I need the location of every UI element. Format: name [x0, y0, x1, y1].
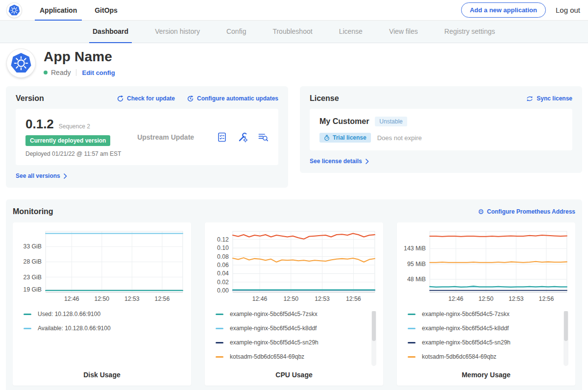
chevron-right-icon [366, 159, 369, 164]
scrollbar-thumb[interactable] [372, 311, 376, 341]
legend-label: example-nginx-5bc6f5d4c5-sn29h [422, 339, 511, 346]
version-source-label: Upstream Update [137, 133, 217, 141]
svg-text:95 MiB: 95 MiB [407, 261, 426, 268]
nav-tab-gitops[interactable]: GitOps [88, 0, 124, 21]
svg-text:0.04: 0.04 [217, 270, 229, 277]
svg-text:143 MiB: 143 MiB [404, 245, 426, 252]
tab-registry-settings[interactable]: Registry settings [431, 21, 508, 43]
divider [76, 69, 76, 76]
sync-license-link[interactable]: Sync license [526, 95, 572, 102]
disk-usage-legend: Used: 10.128.0.66:9100Available: 10.128.… [24, 311, 186, 368]
kubernetes-logo-icon[interactable] [7, 3, 22, 18]
legend-item: example-nginx-5bc6f5d4c5-sn29h [216, 340, 378, 345]
see-license-details-label: See license details [310, 158, 362, 165]
license-type-badge: Trial license [319, 133, 371, 143]
legend-swatch-icon [216, 342, 223, 343]
stopwatch-icon [324, 135, 330, 141]
svg-text:12:53: 12:53 [509, 295, 524, 302]
see-license-details-link[interactable]: See license details [310, 158, 369, 165]
chart-title: Disk Usage [18, 371, 186, 379]
sync-icon [526, 95, 534, 102]
monitoring-title: Monitoring [13, 207, 466, 216]
disk-usage-chart: 33 GiB28 GiB23 GiB19 GiB12:4612:5012:531… [18, 228, 186, 304]
logout-button[interactable]: Log out [556, 6, 580, 14]
legend-scrollbar[interactable] [564, 311, 568, 366]
configure-prometheus-label: Configure Prometheus Address [487, 208, 575, 215]
kubernetes-app-icon [10, 52, 32, 74]
see-all-versions-label: See all versions [16, 172, 60, 179]
license-card-title: License [310, 94, 514, 103]
license-details-box: My Customer Unstable Trial license Does … [310, 109, 572, 150]
top-nav: Application GitOps Add a new application… [0, 0, 588, 21]
legend-swatch-icon [408, 342, 416, 343]
nav-tab-application[interactable]: Application [33, 0, 83, 21]
svg-text:0.10: 0.10 [217, 244, 229, 251]
legend-scrollbar[interactable] [371, 311, 376, 366]
legend-label: Available: 10.128.0.66:9100 [38, 325, 111, 332]
legend-label: example-nginx-5bc6f5d4c5-sn29h [230, 339, 318, 346]
svg-text:12:56: 12:56 [539, 295, 554, 302]
monitoring-panel: Monitoring ⚙ Configure Prometheus Addres… [6, 199, 582, 390]
svg-text:0.02: 0.02 [217, 279, 229, 286]
customer-name: My Customer [319, 117, 369, 126]
legend-label: example-nginx-5bc6f5d4c5-k8ddf [230, 325, 317, 332]
chevron-right-icon [64, 173, 67, 179]
legend-swatch-icon [408, 356, 416, 358]
current-version-box: 0.1.2 Sequence 2 Currently deployed vers… [16, 109, 278, 165]
tab-dashboard[interactable]: Dashboard [79, 21, 142, 43]
tab-troubleshoot[interactable]: Troubleshoot [259, 21, 325, 43]
deploy-logs-icon[interactable] [258, 132, 269, 143]
tab-view-files[interactable]: View files [376, 21, 431, 43]
legend-item: Available: 10.128.0.66:9100 [24, 325, 186, 331]
tab-version-history[interactable]: Version history [142, 21, 213, 43]
svg-text:19 GiB: 19 GiB [24, 286, 42, 293]
svg-text:0.06: 0.06 [217, 262, 229, 268]
legend-swatch-icon [24, 314, 31, 315]
channel-badge: Unstable [375, 117, 407, 126]
chart-title: Memory Usage [402, 371, 570, 379]
status-dot-icon [44, 71, 48, 74]
legend-label: kotsadm-5db6dc6584-69qbz [422, 353, 496, 360]
add-application-button[interactable]: Add a new application [461, 2, 546, 18]
tab-config[interactable]: Config [213, 21, 259, 43]
legend-label: example-nginx-5bc6f5d4c5-7zskx [422, 311, 510, 317]
sync-license-label: Sync license [537, 95, 572, 102]
legend-swatch-icon [408, 314, 416, 315]
legend-label: example-nginx-5bc6f5d4c5-7zskx [230, 311, 318, 317]
configure-auto-updates-link[interactable]: Configure automatic updates [187, 95, 278, 102]
legend-label: Used: 10.128.0.66:9100 [38, 311, 100, 317]
cpu-usage-legend: example-nginx-5bc6f5d4c5-7zskxexample-ng… [216, 311, 378, 368]
configure-prometheus-link[interactable]: ⚙ Configure Prometheus Address [478, 208, 575, 215]
deployed-badge: Currently deployed version [25, 135, 110, 146]
svg-text:0.12: 0.12 [217, 236, 229, 243]
legend-label: kotsadm-5db6dc6584-69qbz [230, 353, 304, 360]
scrollbar-thumb[interactable] [564, 311, 568, 341]
legend-swatch-icon [216, 314, 223, 315]
refresh-icon [117, 95, 124, 102]
legend-item: example-nginx-5bc6f5d4c5-sn29h [408, 340, 570, 345]
legend-swatch-icon [408, 328, 416, 329]
preflight-checks-icon[interactable] [217, 132, 227, 143]
check-for-update-link[interactable]: Check for update [117, 95, 175, 102]
charts-row: 33 GiB28 GiB23 GiB19 GiB12:4612:5012:531… [13, 222, 575, 386]
svg-text:12:50: 12:50 [283, 295, 298, 302]
svg-text:23 GiB: 23 GiB [24, 274, 42, 281]
edit-config-link[interactable]: Edit config [82, 69, 115, 76]
gear-icon: ⚙ [478, 208, 484, 215]
legend-label: example-nginx-5bc6f5d4c5-k8ddf [422, 325, 509, 332]
svg-text:12:46: 12:46 [252, 295, 268, 302]
legend-item: Used: 10.128.0.66:9100 [24, 311, 186, 317]
svg-text:48 MiB: 48 MiB [407, 276, 426, 283]
legend-item: example-nginx-5bc6f5d4c5-7zskx [408, 311, 570, 317]
svg-text:0.08: 0.08 [217, 253, 229, 260]
see-all-versions-link[interactable]: See all versions [16, 172, 67, 179]
memory-usage-legend: example-nginx-5bc6f5d4c5-7zskxexample-ng… [408, 311, 570, 368]
legend-item: example-nginx-5bc6f5d4c5-k8ddf [408, 325, 570, 331]
svg-text:12:56: 12:56 [155, 295, 170, 302]
kubernetes-helm-icon [8, 4, 20, 16]
tab-license[interactable]: License [326, 21, 376, 43]
app-avatar [7, 49, 35, 77]
svg-text:0.00: 0.00 [217, 287, 229, 294]
config-wrench-icon[interactable] [237, 132, 248, 143]
chart-title: CPU Usage [210, 371, 378, 379]
